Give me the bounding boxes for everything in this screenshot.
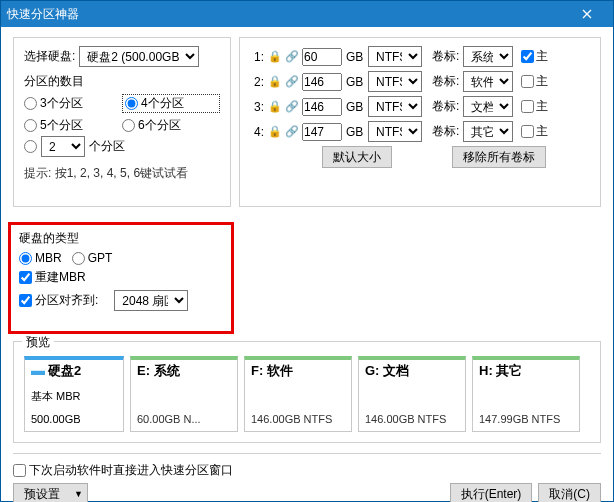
preset-button[interactable]: 预设置 bbox=[13, 483, 70, 502]
disk-options-panel: 选择硬盘: 硬盘2 (500.00GB) 分区的数目 3个分区 4个分区 5个分… bbox=[13, 37, 231, 207]
link-icon[interactable]: 🔗 bbox=[285, 100, 298, 113]
preview-disk-type: 基本 MBR bbox=[31, 389, 117, 404]
hint-text: 提示: 按1, 2, 3, 4, 5, 6键试试看 bbox=[24, 165, 220, 182]
radio-mbr[interactable]: MBR bbox=[19, 251, 62, 265]
preview-part-sub: 60.00GB N... bbox=[137, 413, 231, 425]
link-icon[interactable]: 🔗 bbox=[285, 75, 298, 88]
lock-icon[interactable]: 🔒 bbox=[268, 50, 281, 63]
volume-label-select[interactable]: 系统 bbox=[463, 46, 513, 67]
row-number: 2: bbox=[250, 75, 264, 89]
preview-partition-box: G: 文档146.00GB NTFS bbox=[358, 356, 466, 432]
disk-icon: ▬ bbox=[31, 362, 45, 378]
volume-label-label: 卷标: bbox=[432, 73, 459, 90]
select-disk-label: 选择硬盘: bbox=[24, 48, 75, 65]
radio-custom-partitions[interactable] bbox=[24, 140, 37, 153]
preview-part-name: F: 软件 bbox=[251, 362, 345, 380]
filesystem-select[interactable]: NTFS bbox=[368, 96, 422, 117]
row-number: 4: bbox=[250, 125, 264, 139]
partition-row: 4:🔒🔗GBNTFS卷标:其它主 bbox=[250, 121, 590, 142]
footer: 下次启动软件时直接进入快速分区窗口 预设置 ▼ 执行(Enter) 取消(C) bbox=[13, 453, 601, 502]
disk-select[interactable]: 硬盘2 (500.00GB) bbox=[79, 46, 199, 67]
radio-5-partitions[interactable]: 5个分区 bbox=[24, 117, 122, 134]
radio-3-partitions[interactable]: 3个分区 bbox=[24, 94, 122, 113]
main-window: 快速分区神器 选择硬盘: 硬盘2 (500.00GB) 分区的数目 3个分区 4… bbox=[0, 0, 614, 502]
preview-part-name: G: 文档 bbox=[365, 362, 459, 380]
volume-label-label: 卷标: bbox=[432, 48, 459, 65]
preview-partition-box: E: 系统60.00GB N... bbox=[130, 356, 238, 432]
close-button[interactable] bbox=[567, 1, 607, 27]
unit-label: GB bbox=[346, 75, 364, 89]
preview-disk-size: 500.00GB bbox=[31, 413, 117, 425]
primary-checkbox[interactable]: 主 bbox=[521, 73, 548, 90]
row-number: 3: bbox=[250, 100, 264, 114]
lock-icon[interactable]: 🔒 bbox=[268, 75, 281, 88]
preview-disk-box: ▬硬盘2基本 MBR500.00GB bbox=[24, 356, 124, 432]
disk-type-panel: 硬盘的类型 MBR GPT 重建MBR 分区对齐到: 2048 扇区 bbox=[8, 222, 234, 334]
content-area: 选择硬盘: 硬盘2 (500.00GB) 分区的数目 3个分区 4个分区 5个分… bbox=[1, 27, 613, 502]
volume-label-select[interactable]: 软件 bbox=[463, 71, 513, 92]
link-icon[interactable]: 🔗 bbox=[285, 125, 298, 138]
preview-partition-box: H: 其它147.99GB NTFS bbox=[472, 356, 580, 432]
partition-row: 3:🔒🔗GBNTFS卷标:文档主 bbox=[250, 96, 590, 117]
link-icon[interactable]: 🔗 bbox=[285, 50, 298, 63]
filesystem-select[interactable]: NTFS bbox=[368, 71, 422, 92]
primary-checkbox[interactable]: 主 bbox=[521, 123, 548, 140]
default-size-button[interactable]: 默认大小 bbox=[322, 146, 392, 168]
filesystem-select[interactable]: NTFS bbox=[368, 46, 422, 67]
partition-count-label: 分区的数目 bbox=[24, 73, 220, 90]
volume-label-label: 卷标: bbox=[432, 123, 459, 140]
volume-label-select[interactable]: 其它 bbox=[463, 121, 513, 142]
size-input[interactable] bbox=[302, 123, 342, 141]
custom-count-select[interactable]: 2 bbox=[41, 136, 85, 157]
custom-suffix-label: 个分区 bbox=[89, 138, 125, 155]
preview-partition-box: F: 软件146.00GB NTFS bbox=[244, 356, 352, 432]
preview-part-name: E: 系统 bbox=[137, 362, 231, 380]
preview-part-sub: 146.00GB NTFS bbox=[251, 413, 345, 425]
unit-label: GB bbox=[346, 50, 364, 64]
volume-label-label: 卷标: bbox=[432, 98, 459, 115]
align-checkbox[interactable]: 分区对齐到: bbox=[19, 292, 98, 309]
size-input[interactable] bbox=[302, 98, 342, 116]
preview-part-name: H: 其它 bbox=[479, 362, 573, 380]
preview-part-sub: 146.00GB NTFS bbox=[365, 413, 459, 425]
partition-row: 1:🔒🔗GBNTFS卷标:系统主 bbox=[250, 46, 590, 67]
size-input[interactable] bbox=[302, 48, 342, 66]
preview-legend: 预览 bbox=[22, 334, 54, 351]
execute-button[interactable]: 执行(Enter) bbox=[450, 483, 533, 502]
volume-label-select[interactable]: 文档 bbox=[463, 96, 513, 117]
filesystem-select[interactable]: NTFS bbox=[368, 121, 422, 142]
size-input[interactable] bbox=[302, 73, 342, 91]
primary-checkbox[interactable]: 主 bbox=[521, 98, 548, 115]
partition-list-panel: 1:🔒🔗GBNTFS卷标:系统主2:🔒🔗GBNTFS卷标:软件主3:🔒🔗GBNT… bbox=[239, 37, 601, 207]
partition-row: 2:🔒🔗GBNTFS卷标:软件主 bbox=[250, 71, 590, 92]
lock-icon[interactable]: 🔒 bbox=[268, 125, 281, 138]
preview-panel: 预览 ▬硬盘2基本 MBR500.00GBE: 系统60.00GB N...F:… bbox=[13, 341, 601, 443]
preview-disk-name: 硬盘2 bbox=[48, 363, 81, 378]
preset-dropdown-button[interactable]: ▼ bbox=[70, 483, 88, 502]
lock-icon[interactable]: 🔒 bbox=[268, 100, 281, 113]
radio-6-partitions[interactable]: 6个分区 bbox=[122, 117, 220, 134]
primary-checkbox[interactable]: 主 bbox=[521, 48, 548, 65]
startup-checkbox[interactable]: 下次启动软件时直接进入快速分区窗口 bbox=[13, 462, 450, 479]
close-icon bbox=[582, 9, 592, 19]
unit-label: GB bbox=[346, 100, 364, 114]
rebuild-mbr-checkbox[interactable]: 重建MBR bbox=[19, 269, 86, 286]
clear-labels-button[interactable]: 移除所有卷标 bbox=[452, 146, 546, 168]
cancel-button[interactable]: 取消(C) bbox=[538, 483, 601, 502]
align-select[interactable]: 2048 扇区 bbox=[114, 290, 188, 311]
preview-part-sub: 147.99GB NTFS bbox=[479, 413, 573, 425]
disk-type-heading: 硬盘的类型 bbox=[19, 230, 223, 247]
row-number: 1: bbox=[250, 50, 264, 64]
radio-gpt[interactable]: GPT bbox=[72, 251, 113, 265]
titlebar: 快速分区神器 bbox=[1, 1, 613, 27]
window-title: 快速分区神器 bbox=[7, 6, 567, 23]
unit-label: GB bbox=[346, 125, 364, 139]
radio-4-partitions[interactable]: 4个分区 bbox=[122, 94, 220, 113]
